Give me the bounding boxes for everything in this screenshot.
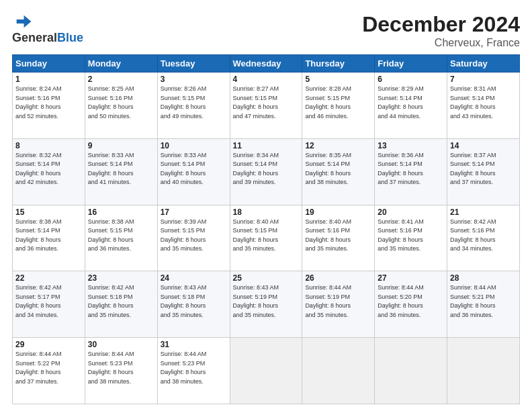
day-number: 17 [161,208,227,217]
day-info-line: Sunset: 5:16 PM [15,94,82,103]
day-info-line: Sunrise: 8:32 AM [15,151,82,161]
week-row-3: 15Sunrise: 8:38 AMSunset: 5:14 PMDayligh… [13,205,520,271]
day-info-line: Sunrise: 8:40 AM [305,218,371,227]
day-info-line: and 37 minutes. [450,178,517,187]
day-number: 12 [305,141,371,150]
day-of-week-tuesday: Tuesday [157,55,230,73]
day-cell: 28Sunrise: 8:44 AMSunset: 5:21 PMDayligh… [447,271,520,338]
calendar-title: December 2024 [362,12,520,37]
day-info-line: Daylight: 8 hours [88,169,154,179]
day-info-line: and 49 minutes. [161,112,227,122]
calendar-subtitle: Cherveux, France [362,37,520,49]
day-info-line: Daylight: 8 hours [378,169,444,179]
day-cell: 13Sunrise: 8:36 AMSunset: 5:14 PMDayligh… [375,138,447,205]
day-info-line: Sunrise: 8:44 AM [15,350,82,359]
day-number: 25 [233,273,300,283]
header-row: SundayMondayTuesdayWednesdayThursdayFrid… [13,55,520,73]
logo-icon [13,12,32,31]
day-info-line: Sunset: 5:15 PM [161,226,227,236]
day-info-line: Sunrise: 8:34 AM [233,151,300,161]
day-info-line: and 35 minutes. [305,311,371,320]
week-row-1: 1Sunrise: 8:24 AMSunset: 5:16 PMDaylight… [13,73,520,139]
day-info-line: Daylight: 8 hours [15,368,82,377]
day-info-line: Sunset: 5:17 PM [15,293,82,302]
day-info-line: Daylight: 8 hours [88,103,154,112]
day-number: 6 [378,75,444,84]
day-info-line: and 38 minutes. [305,178,371,187]
day-cell: 2Sunrise: 8:25 AMSunset: 5:16 PMDaylight… [85,73,157,139]
day-cell: 12Sunrise: 8:35 AMSunset: 5:14 PMDayligh… [302,138,375,205]
day-info-line: and 47 minutes. [233,112,300,122]
day-info-line: Sunset: 5:14 PM [88,160,154,169]
day-info-line: and 38 minutes. [88,377,154,387]
day-number: 2 [88,75,154,84]
day-info-line: and 35 minutes. [233,311,300,320]
day-of-week-sunday: Sunday [13,55,85,73]
day-info-line: and 46 minutes. [305,112,371,122]
day-cell: 19Sunrise: 8:40 AMSunset: 5:16 PMDayligh… [302,205,375,271]
day-info-line: Daylight: 8 hours [88,236,154,245]
day-info-line: and 35 minutes. [161,244,227,254]
day-number: 26 [305,273,371,283]
day-info-line: Sunset: 5:18 PM [88,293,154,302]
day-number: 11 [233,141,300,150]
day-number: 19 [305,208,371,217]
day-info-line: Sunset: 5:20 PM [378,293,444,302]
day-info-line: Daylight: 8 hours [88,302,154,311]
day-info-line: Sunrise: 8:42 AM [15,283,82,293]
day-cell [230,338,302,404]
day-number: 4 [233,75,300,84]
day-info-line: Daylight: 8 hours [305,236,371,245]
day-of-week-saturday: Saturday [447,55,520,73]
day-info-line: Sunset: 5:15 PM [233,226,300,236]
day-info-line: Sunset: 5:14 PM [378,94,444,103]
day-info-line: and 35 minutes. [161,311,227,320]
day-info-line: Sunset: 5:18 PM [161,293,227,302]
day-info-line: Sunset: 5:19 PM [305,293,371,302]
day-info-line: and 37 minutes. [378,178,444,187]
day-info-line: Daylight: 8 hours [233,169,300,179]
day-cell: 15Sunrise: 8:38 AMSunset: 5:14 PMDayligh… [13,205,85,271]
day-info-line: Sunset: 5:14 PM [378,160,444,169]
day-number: 14 [450,141,517,150]
calendar-table: SundayMondayTuesdayWednesdayThursdayFrid… [12,54,520,404]
day-info-line: Sunrise: 8:39 AM [161,218,227,227]
day-info-line: Sunrise: 8:27 AM [233,85,300,94]
day-info-line: Sunrise: 8:28 AM [305,85,371,94]
day-info-line: Sunrise: 8:37 AM [450,151,517,161]
day-info-line: Sunset: 5:14 PM [15,226,82,236]
logo-blue-text: Blue [57,31,83,44]
day-cell: 21Sunrise: 8:42 AMSunset: 5:16 PMDayligh… [447,205,520,271]
day-info-line: Daylight: 8 hours [305,103,371,112]
day-info-line: and 34 minutes. [450,244,517,254]
day-of-week-wednesday: Wednesday [230,55,302,73]
day-info-line: Daylight: 8 hours [233,103,300,112]
day-number: 31 [161,340,227,349]
day-cell: 7Sunrise: 8:31 AMSunset: 5:14 PMDaylight… [447,73,520,139]
day-info-line: and 34 minutes. [15,311,82,320]
page: GeneralBlue December 2024 Cherveux, Fran… [0,0,532,411]
day-info-line: Sunset: 5:22 PM [15,359,82,369]
day-info-line: and 37 minutes. [15,377,82,387]
day-info-line: Daylight: 8 hours [305,169,371,179]
day-cell: 22Sunrise: 8:42 AMSunset: 5:17 PMDayligh… [13,271,85,338]
day-info-line: and 39 minutes. [233,178,300,187]
day-cell [447,338,520,404]
day-info-line: Daylight: 8 hours [15,236,82,245]
day-info-line: and 41 minutes. [88,178,154,187]
day-info-line: and 44 minutes. [378,112,444,122]
day-number: 22 [15,273,82,283]
day-info-line: Sunset: 5:23 PM [161,359,227,369]
title-block: December 2024 Cherveux, France [362,12,520,49]
day-info-line: Sunset: 5:14 PM [450,160,517,169]
day-number: 21 [450,208,517,217]
week-row-2: 8Sunrise: 8:32 AMSunset: 5:14 PMDaylight… [13,138,520,205]
day-cell: 17Sunrise: 8:39 AMSunset: 5:15 PMDayligh… [157,205,230,271]
day-number: 18 [233,208,300,217]
day-cell [375,338,447,404]
day-cell: 25Sunrise: 8:43 AMSunset: 5:19 PMDayligh… [230,271,302,338]
day-info-line: Sunrise: 8:40 AM [233,218,300,227]
day-info-line: Sunrise: 8:44 AM [450,283,517,293]
day-info-line: Sunset: 5:19 PM [233,293,300,302]
day-cell: 6Sunrise: 8:29 AMSunset: 5:14 PMDaylight… [375,73,447,139]
